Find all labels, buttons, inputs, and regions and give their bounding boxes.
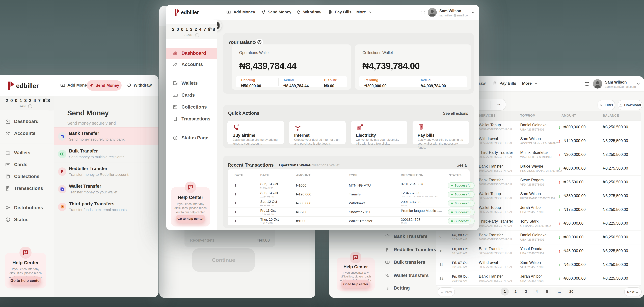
row-no: 9 bbox=[440, 235, 442, 240]
nav-send-money[interactable]: Send Money bbox=[261, 10, 291, 14]
quick-action-electricity[interactable]: $ Electricity Conveniently pay your elec… bbox=[351, 121, 407, 144]
transaction-row[interactable]: 12Fri, 06 Oct10:34:03 AMBank Transfer303… bbox=[436, 272, 641, 286]
page-3[interactable]: 3 bbox=[522, 288, 530, 296]
search-submit-icon[interactable]: → bbox=[496, 101, 501, 107]
chevron-down-icon[interactable] bbox=[636, 82, 640, 86]
row-type: MTN NG VTU bbox=[349, 183, 371, 188]
see-all-link[interactable]: See all bbox=[457, 163, 468, 168]
sidebar-item-accounts[interactable]: Accounts bbox=[5, 131, 36, 136]
transaction-row[interactable]: 11Fri, 07 Oct10:34:03 AMWithdrawal30359A… bbox=[436, 258, 641, 272]
row-service: Wallet Topup bbox=[479, 192, 501, 196]
page-5[interactable]: 5 bbox=[543, 288, 551, 296]
menu-betting[interactable]: Betting bbox=[385, 285, 410, 291]
menu-bank-transfers[interactable]: Bank Transfers bbox=[385, 234, 428, 239]
bulk-transfer-icon bbox=[58, 150, 66, 158]
page-2[interactable]: 2 bbox=[512, 288, 520, 296]
chevron-down-icon[interactable] bbox=[471, 10, 475, 15]
sidebar-item-collections[interactable]: Collections bbox=[5, 174, 40, 179]
method-third-party-transfers[interactable]: Third-party Transfers Transfer funds to … bbox=[54, 198, 158, 216]
quick-action-buy-airtime[interactable]: Buy airtime Easily purchase airtime by a… bbox=[228, 121, 284, 144]
sidebar-item-collections[interactable]: Collections bbox=[173, 104, 207, 110]
stat-label: Pending bbox=[241, 78, 261, 82]
filter-icon bbox=[599, 103, 603, 107]
wallet-amount: ₦4,739,784.00 bbox=[362, 60, 420, 71]
sidebar-item-dashboard-active[interactable]: Dashboard bbox=[166, 48, 217, 59]
page-20[interactable]: 20 bbox=[567, 288, 576, 296]
method-redbiller-transfer[interactable]: Redbiller Transfer Transfer money to Red… bbox=[54, 162, 158, 180]
row-name: Jerah Anibor bbox=[520, 274, 542, 279]
page-1[interactable]: 1 bbox=[501, 288, 509, 296]
row-bank: UBA / 2345678902 bbox=[520, 252, 544, 255]
next-page-button[interactable]: Next → bbox=[624, 287, 642, 296]
go-to-help-center-button[interactable]: Go to help center bbox=[10, 276, 41, 285]
status-badge: Successful bbox=[448, 182, 474, 189]
tab-collections-wallet[interactable]: Collections Wallet bbox=[310, 163, 340, 168]
recent-transaction-row[interactable]: 1Sun, 13 Oct10:34:03 AM₦120,000Transfer1… bbox=[228, 190, 470, 199]
page-4[interactable]: 4 bbox=[533, 288, 541, 296]
sidebar-item-transactions[interactable]: Transactions bbox=[173, 116, 210, 122]
row-service-id: 30359AZMF3SSGJTHPCAI bbox=[479, 197, 512, 200]
avatar[interactable] bbox=[593, 79, 602, 88]
menu-bulk-transfers[interactable]: Bulk transfers bbox=[385, 260, 425, 265]
sidebar-item-status[interactable]: Status bbox=[5, 217, 28, 222]
help-title: Help Center bbox=[171, 195, 210, 200]
bill-icon[interactable] bbox=[584, 81, 590, 86]
row-service: Withdrawal bbox=[479, 260, 498, 265]
sidebar-item-distributions[interactable]: Distributions bbox=[5, 205, 43, 210]
nav-add-money[interactable]: Add Money bbox=[226, 10, 255, 14]
prev-page-button[interactable]: ← Prev bbox=[438, 287, 455, 296]
row-time: 5:34:03 PM bbox=[260, 186, 273, 189]
recent-transaction-row[interactable]: 1Sun, 13 Oct5:34:03 PM₦1000MTN NG VTU070… bbox=[228, 181, 470, 190]
stat-label: Actual bbox=[420, 78, 446, 82]
row-service-id: 30359AZMF3SSGJTHPCAI bbox=[479, 183, 512, 186]
sidebar-item-dashboard[interactable]: Dashboard bbox=[5, 119, 38, 124]
sidebar-item-wallets[interactable]: Wallets bbox=[173, 80, 198, 86]
nav-withdraw[interactable]: Withdraw bbox=[127, 83, 152, 88]
nav-more[interactable]: More bbox=[356, 10, 372, 14]
nav-pay-bills[interactable]: Pay Bills bbox=[493, 81, 516, 86]
nav-withdraw[interactable]: Withdraw bbox=[296, 10, 321, 14]
method-bulk-transfer[interactable]: Bulk Transfer Send money to multiple rec… bbox=[54, 145, 158, 163]
see-all-actions-link[interactable]: See all actions bbox=[443, 111, 468, 116]
recent-transaction-row[interactable]: 1Fri, 11 Oct10:34:03 AM₦3,200Showmax 111… bbox=[228, 208, 470, 216]
row-service-id: 30359AZMF3SSGJTHPCAI bbox=[479, 238, 512, 241]
transaction-row[interactable]: 10Fri, 08 Oct10:34:03 AMBank Transfer303… bbox=[436, 244, 641, 258]
archive-icon bbox=[5, 174, 10, 179]
bill-icon[interactable] bbox=[420, 10, 426, 15]
nav-add-money[interactable]: Add Money bbox=[60, 83, 89, 88]
window-send-money: edbiller Add Money Send Money Withdraw 2… bbox=[0, 75, 158, 297]
row-description: 2001324798 bbox=[401, 200, 420, 204]
row-amount: ₦450,000.00 bbox=[564, 262, 586, 267]
continue-button[interactable]: Continue bbox=[192, 248, 255, 272]
nav-send-money-active[interactable]: Send Money bbox=[87, 80, 122, 90]
row-no: 1 bbox=[234, 210, 236, 214]
quick-action-pay-bills[interactable]: Pay bills Easily pay your bills by toppi… bbox=[412, 121, 469, 144]
avatar[interactable] bbox=[428, 8, 437, 17]
filter-button[interactable]: Filter bbox=[598, 100, 615, 110]
nav-more[interactable]: More bbox=[522, 81, 538, 86]
menu-redbiller-transfers[interactable]: Redbiller Transfers bbox=[385, 247, 436, 252]
wallet-transfer-icon bbox=[58, 185, 66, 194]
row-amount: ₦50,000.00 bbox=[564, 221, 584, 226]
recent-transaction-row[interactable]: 1Sat, 12 Oct08:34:03 AM₦500,000Withdrawa… bbox=[228, 199, 470, 208]
sidebar-item-transactions[interactable]: Transactions bbox=[5, 186, 43, 191]
go-to-help-center-button[interactable]: Go to help center bbox=[176, 215, 205, 223]
sidebar-item-accounts[interactable]: Accounts bbox=[173, 62, 203, 67]
go-to-help-center-button[interactable]: Go to help center bbox=[341, 280, 370, 288]
sidebar-item-wallets[interactable]: Wallets bbox=[5, 150, 30, 156]
recent-transaction-row[interactable]: 1Thur, 10 Oct2:34:03 PM₦1000Wallet Trans… bbox=[228, 216, 470, 226]
nav-pay-bills[interactable]: Pay Bills bbox=[328, 10, 352, 14]
copy-icon[interactable] bbox=[208, 27, 212, 31]
download-button[interactable]: Download bbox=[618, 100, 642, 110]
quick-action-internet[interactable]: Internet Choose your desired internet pl… bbox=[289, 121, 346, 144]
sidebar-item-status-page[interactable]: Status Page bbox=[173, 135, 208, 140]
method-wallet-transfer[interactable]: Wallet Transfer Transfer money to your w… bbox=[54, 180, 158, 198]
amount-direction-icon: ↓ bbox=[558, 194, 561, 199]
menu-wallet-transfers[interactable]: Wallet transfers bbox=[385, 273, 429, 278]
tab-operations-wallet[interactable]: Operations Wallet bbox=[279, 163, 310, 169]
sidebar-item-cards[interactable]: Cards bbox=[5, 162, 27, 167]
method-bank-transfer[interactable]: Bank Transfer Send money securely to any… bbox=[54, 127, 158, 145]
transaction-row[interactable]: 9Fri, 08 Oct10:34:03 AMBank Transfer3035… bbox=[436, 230, 641, 244]
sidebar-item-cards[interactable]: Cards bbox=[173, 92, 195, 98]
copy-icon[interactable] bbox=[44, 98, 49, 102]
